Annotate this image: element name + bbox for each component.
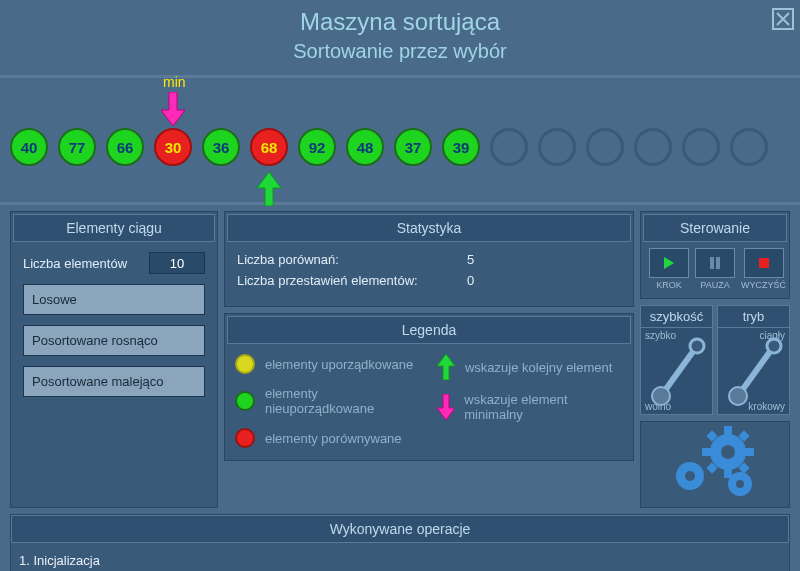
svg-point-5 [652,387,670,405]
element-circle: 37 [394,128,432,166]
element-circle: 48 [346,128,384,166]
app-title: Maszyna sortująca [0,8,800,36]
element-circle [730,128,768,166]
element-circle: 36 [202,128,240,166]
step-label: KROK [656,280,682,290]
comparisons-value: 5 [467,252,474,267]
control-panel: Sterowanie KROK PAUZA [640,211,790,299]
element-circle: 77 [58,128,96,166]
mode-title: tryb [718,306,789,328]
operations-panel: Wykonywane operacje 1. Inicjalizacja2. W… [10,514,790,571]
svg-point-21 [685,471,695,481]
element-circle: 66 [106,128,144,166]
random-button[interactable]: Losowe [23,284,205,315]
operations-title: Wykonywane operacje [11,515,789,543]
element-circle: 40 [10,128,48,166]
clear-button[interactable] [744,248,784,278]
legend-next: wskazuje kolejny element [465,360,612,375]
legend-panel: Legenda elementy uporządkowane elementy … [224,313,634,461]
gears-panel [640,421,790,508]
mode-lever[interactable]: ciągły krokowy [718,328,789,414]
mode-lever-icon [720,332,790,412]
legend-unsorted: elementy nieuporządkowane [265,386,423,416]
min-label: min [163,74,186,90]
element-circle: 30 [154,128,192,166]
svg-point-22 [736,480,744,488]
min-arrow-icon [161,92,185,126]
dot-yellow-icon [235,354,255,374]
visualization-area: min 40776630366892483739 [0,75,800,205]
svg-rect-14 [702,448,712,456]
element-circle [682,128,720,166]
dot-red-icon [235,428,255,448]
speed-subpanel: szybkość szybko wolno [640,305,713,415]
svg-point-20 [721,445,735,459]
legend-min: wskazuje element minimalny [464,392,623,422]
pause-label: PAUZA [700,280,729,290]
element-circle: 68 [250,128,288,166]
play-icon [662,256,676,270]
arrow-up-icon [437,354,455,380]
element-circle: 92 [298,128,336,166]
arrow-down-icon [437,394,454,420]
close-icon [776,12,790,26]
element-circle [586,128,624,166]
comparisons-label: Liczba porównań: [237,252,467,267]
count-label: Liczba elementów [23,256,127,271]
speed-lever-icon [643,332,713,412]
pause-icon [708,256,722,270]
svg-rect-1 [716,257,720,269]
header: Maszyna sortująca Sortowanie przez wybór [0,0,800,71]
speed-title: szybkość [641,306,712,328]
elements-panel-title: Elementy ciągu [13,214,215,242]
operation-step: 1. Inicjalizacja [19,553,781,568]
dot-green-icon [235,391,255,411]
clear-label: WYCZYŚĆ [741,280,786,290]
svg-rect-15 [744,448,754,456]
gears-icon [660,426,770,502]
legend-sorted: elementy uporządkowane [265,357,413,372]
elements-panel: Elementy ciągu Liczba elementów Losowe P… [10,211,218,508]
svg-rect-13 [724,468,732,478]
speed-lever[interactable]: szybko wolno [641,328,712,414]
svg-point-8 [729,387,747,405]
cursor-arrow-icon [257,172,281,206]
swaps-value: 0 [467,273,474,288]
sorted-asc-button[interactable]: Posortowane rosnąco [23,325,205,356]
control-panel-title: Sterowanie [643,214,787,242]
element-circle [538,128,576,166]
svg-rect-2 [759,258,769,268]
stats-panel-title: Statystyka [227,214,631,242]
stats-panel: Statystyka Liczba porównań: 5 Liczba prz… [224,211,634,307]
sorted-desc-button[interactable]: Posortowane malejąco [23,366,205,397]
svg-point-7 [767,339,781,353]
element-circle: 39 [442,128,480,166]
svg-rect-12 [724,426,732,436]
legend-panel-title: Legenda [227,316,631,344]
element-circles: 40776630366892483739 [10,128,768,166]
stop-icon [757,256,771,270]
mode-subpanel: tryb ciągły krokowy [717,305,790,415]
svg-point-4 [690,339,704,353]
swaps-label: Liczba przestawień elementów: [237,273,467,288]
close-button[interactable] [772,8,794,30]
element-circle [634,128,672,166]
step-button[interactable] [649,248,689,278]
element-circle [490,128,528,166]
legend-compared: elementy porównywane [265,431,402,446]
pause-button[interactable] [695,248,735,278]
app-subtitle: Sortowanie przez wybór [0,40,800,63]
count-input[interactable] [149,252,205,274]
svg-rect-0 [710,257,714,269]
